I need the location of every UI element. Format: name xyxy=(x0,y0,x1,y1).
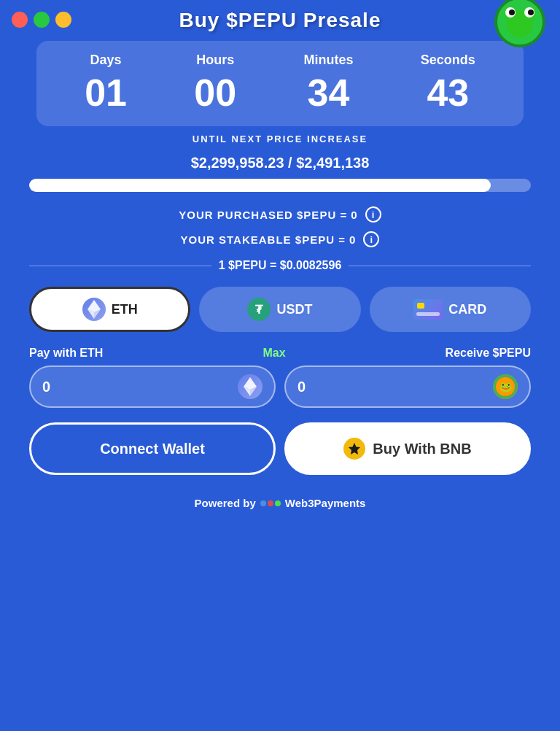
svg-point-5 xyxy=(509,9,515,15)
minutes-label: Minutes xyxy=(303,53,353,68)
stakeable-row: YOUR STAKEABLE $PEPU = 0 i xyxy=(29,231,531,247)
minutes-value: 34 xyxy=(308,71,350,115)
card-chip xyxy=(417,303,424,309)
pay-input-wrapper xyxy=(29,366,276,408)
tab-eth[interactable]: ETH xyxy=(29,287,190,332)
price-section: 1 $PEPU = $0.0082596 xyxy=(29,259,531,272)
eth-tab-label: ETH xyxy=(112,302,138,317)
eth-ball-icon xyxy=(238,374,262,399)
maximize-button[interactable] xyxy=(34,12,50,28)
receive-input-wrapper: 🐸 xyxy=(284,366,531,408)
hours-value: 00 xyxy=(194,71,236,115)
connect-wallet-button[interactable]: Connect Wallet xyxy=(29,422,276,475)
minutes-item: Minutes 34 xyxy=(303,53,353,115)
hours-label: Hours xyxy=(196,53,234,68)
buy-bnb-label: Buy With BNB xyxy=(373,441,471,457)
close-button[interactable] xyxy=(12,12,28,28)
buttons-section: Connect Wallet Buy With BNB xyxy=(29,422,531,475)
price-line-left xyxy=(29,266,211,266)
page-title: Buy $PEPU Presale xyxy=(179,9,381,32)
svg-point-6 xyxy=(528,9,534,15)
price-text: 1 $PEPU = $0.0082596 xyxy=(219,259,342,272)
minimize-button[interactable] xyxy=(55,12,71,28)
stats-section: YOUR PURCHASED $PEPU = 0 i YOUR STAKEABL… xyxy=(29,206,531,247)
tab-usdt[interactable]: ₮ USDT xyxy=(199,287,360,332)
purchased-row: YOUR PURCHASED $PEPU = 0 i xyxy=(29,206,531,223)
buy-bnb-button[interactable]: Buy With BNB xyxy=(284,422,531,475)
stakeable-label: YOUR STAKEABLE $PEPU = 0 xyxy=(181,233,357,246)
countdown-section: Days 01 Hours 00 Minutes 34 Seconds 43 xyxy=(36,41,524,126)
powered-text: Powered by Web3Payments xyxy=(7,497,553,509)
svg-text:🐸: 🐸 xyxy=(499,381,513,393)
days-value: 01 xyxy=(85,71,127,115)
stakeable-info-icon[interactable]: i xyxy=(363,231,379,247)
input-row: 🐸 xyxy=(29,366,531,408)
hours-item: Hours 00 xyxy=(194,53,236,115)
powered-label: Powered by xyxy=(195,497,256,509)
raised-current: $2,299,958.23 xyxy=(191,155,284,171)
usdt-tab-label: USDT xyxy=(276,302,312,317)
until-text: UNTIL NEXT PRICE INCREASE xyxy=(0,134,560,144)
purchased-info-icon[interactable]: i xyxy=(365,206,381,223)
brand-name: Web3Payments xyxy=(285,497,366,509)
days-label: Days xyxy=(90,53,122,68)
pay-label: Pay with ETH xyxy=(29,347,103,360)
seconds-label: Seconds xyxy=(421,53,475,68)
tab-card[interactable]: CARD xyxy=(370,287,531,332)
raised-separator: / xyxy=(288,155,296,171)
w3p-dots-icon xyxy=(260,500,281,506)
frog-icon xyxy=(494,0,553,55)
raised-total: $2,491,138 xyxy=(296,155,369,171)
progress-bar-fill xyxy=(29,179,491,192)
bnb-icon xyxy=(343,438,365,460)
frog-circle xyxy=(494,0,545,47)
seconds-item: Seconds 43 xyxy=(421,53,475,115)
svg-marker-16 xyxy=(349,443,360,455)
pay-input[interactable] xyxy=(42,379,232,395)
seconds-value: 43 xyxy=(427,71,469,115)
input-section: Pay with ETH Max Receive $PEPU xyxy=(29,347,531,408)
input-labels: Pay with ETH Max Receive $PEPU xyxy=(29,347,531,360)
currency-tabs: ETH ₮ USDT CARD xyxy=(29,287,531,332)
footer: Powered by Web3Payments xyxy=(0,490,560,517)
progress-bar-bg xyxy=(29,179,531,192)
progress-section: $2,299,958.23 / $2,491,138 xyxy=(29,155,531,192)
max-label[interactable]: Max xyxy=(262,347,285,360)
price-line-right xyxy=(349,266,531,266)
card-icon xyxy=(413,299,443,320)
app-container: Buy $PEPU Presale Days 01 xyxy=(0,0,560,731)
receive-input[interactable] xyxy=(298,379,487,395)
raised-text: $2,299,958.23 / $2,491,138 xyxy=(29,155,531,171)
receive-label: Receive $PEPU xyxy=(446,347,531,360)
days-item: Days 01 xyxy=(85,53,127,115)
usdt-icon: ₮ xyxy=(247,298,271,321)
title-bar: Buy $PEPU Presale xyxy=(0,0,560,41)
purchased-label: YOUR PURCHASED $PEPU = 0 xyxy=(179,209,357,221)
eth-icon xyxy=(82,298,106,321)
window-controls xyxy=(12,12,71,28)
pepu-avatar: 🐸 xyxy=(493,374,518,399)
countdown-grid: Days 01 Hours 00 Minutes 34 Seconds 43 xyxy=(51,53,509,115)
card-tab-label: CARD xyxy=(448,302,486,317)
